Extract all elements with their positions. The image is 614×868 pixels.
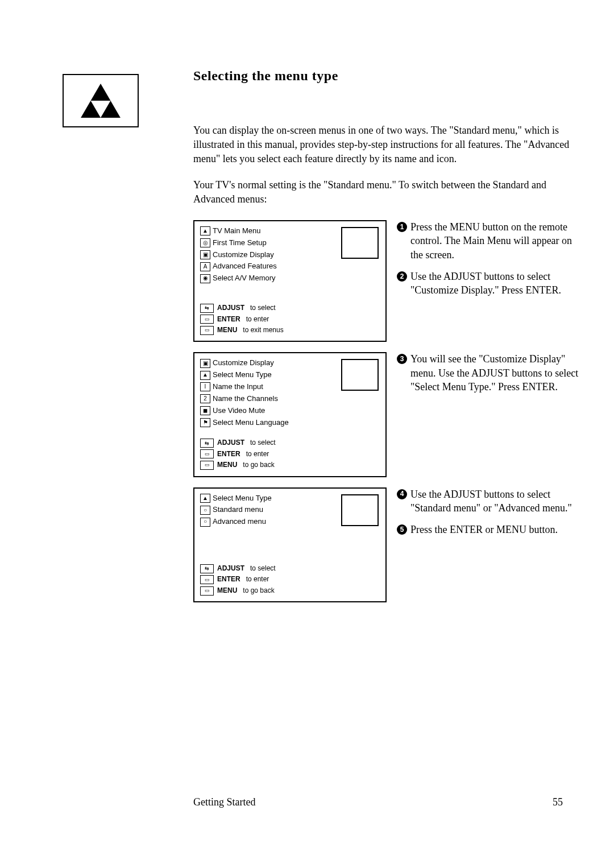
row-3: ▲Select Menu Type ○Standard menu ○Advanc… (193, 487, 580, 603)
menu-icon: ◼ (200, 406, 210, 415)
enter-icon: ▭ (200, 315, 214, 324)
footer-page-number: 55 (553, 796, 563, 808)
menu-btn-icon: ▭ (200, 326, 214, 335)
hint-label: ADJUST (217, 564, 244, 573)
step-3: 3You will see the "Customize Display" me… (397, 352, 580, 394)
three-diamond-icon (81, 84, 121, 118)
sub-paragraph: Your TV's normal setting is the "Standar… (193, 178, 580, 206)
step-2: 2Use the ADJUST buttons to select "Custo… (397, 270, 580, 297)
menu-item-label: Advanced Features (213, 261, 277, 272)
hint-label: MENU (217, 460, 237, 470)
menu-icon: ▲ (200, 226, 210, 235)
step-5: 5Press the ENTER or MENU button. (397, 523, 580, 536)
adjust-icon: ⇆ (200, 564, 214, 573)
preview-box (341, 359, 379, 391)
svg-marker-2 (101, 101, 121, 118)
hint-label: ENTER (217, 315, 240, 324)
menu-item-label: First Time Setup (213, 238, 267, 249)
footer-section: Getting Started (193, 796, 255, 808)
screen-customize-display: ▣Customize Display ▲Select Menu Type INa… (193, 352, 387, 477)
enter-icon: ▭ (200, 575, 214, 584)
adjust-icon: ⇆ (200, 304, 214, 313)
hint-label: ENTER (217, 574, 240, 584)
hint-text: to enter (246, 449, 269, 459)
screen-main-menu: ▲TV Main Menu ◎First Time Setup ▣Customi… (193, 220, 387, 342)
step-text: Press the ENTER or MENU button. (410, 523, 580, 536)
hint-text: to go back (243, 586, 274, 596)
menu-icon: ▣ (200, 359, 210, 368)
hint-label: ADJUST (217, 438, 244, 448)
screen-select-menu-type: ▲Select Menu Type ○Standard menu ○Advanc… (193, 487, 387, 603)
hint-label: ENTER (217, 449, 240, 459)
menu-item-label: TV Main Menu (213, 226, 261, 237)
menu-icon: ○ (200, 506, 210, 515)
menu-btn-icon: ▭ (200, 586, 214, 596)
intro-paragraph: You can display the on-screen menus in o… (193, 123, 580, 167)
menu-icon: ⚑ (200, 418, 210, 427)
step-text: You will see the "Customize Display" men… (410, 352, 580, 394)
menu-item-label: Customize Display (213, 250, 274, 261)
menu-item-label: Select Menu Language (213, 418, 289, 428)
menu-item-label: Select Menu Type (213, 493, 272, 504)
menu-btn-icon: ▭ (200, 461, 214, 470)
hint-text: to enter (246, 315, 269, 324)
step-4: 4Use the ADJUST buttons to select "Stand… (397, 487, 580, 515)
page-title: Selecting the menu type (193, 68, 580, 84)
step-number-icon: 3 (397, 354, 407, 364)
step-number-icon: 4 (397, 489, 407, 499)
preview-box (341, 494, 379, 526)
hint-text: to select (250, 564, 276, 573)
svg-marker-1 (81, 101, 101, 118)
menu-item-label: Name the Input (213, 382, 263, 392)
preview-box (341, 227, 379, 259)
hint-text: to select (250, 438, 276, 448)
row-2: ▣Customize Display ▲Select Menu Type INa… (193, 352, 580, 477)
menu-icon: ▣ (200, 250, 210, 259)
menu-icon: ◎ (200, 238, 210, 247)
menu-item-label: Standard menu (213, 505, 263, 515)
brand-logo (63, 74, 139, 127)
step-text: Use the ADJUST buttons to select "Custom… (410, 270, 580, 297)
menu-icon: 2 (200, 394, 210, 403)
row-1: ▲TV Main Menu ◎First Time Setup ▣Customi… (193, 220, 580, 342)
steps-col-3: 4Use the ADJUST buttons to select "Stand… (397, 487, 580, 545)
menu-item-label: Customize Display (213, 358, 274, 369)
hint-text: to exit menus (243, 325, 283, 335)
hint-label: MENU (217, 325, 237, 335)
menu-icon: ▲ (200, 494, 210, 503)
hint-text: to select (250, 303, 276, 313)
hint-text: to enter (246, 574, 269, 584)
menu-icon: A (200, 262, 210, 271)
step-number-icon: 5 (397, 524, 407, 535)
menu-item-label: Use Video Mute (213, 406, 265, 416)
hint-text: to go back (243, 460, 274, 470)
step-number-icon: 2 (397, 271, 407, 282)
hint-label: MENU (217, 586, 237, 596)
svg-marker-0 (91, 84, 111, 101)
menu-item-label: Select Menu Type (213, 370, 272, 381)
adjust-icon: ⇆ (200, 439, 214, 448)
step-number-icon: 1 (397, 222, 407, 232)
menu-item-label: Select A/V Memory (213, 273, 276, 284)
enter-icon: ▭ (200, 449, 214, 458)
step-text: Use the ADJUST buttons to select "Standa… (410, 487, 580, 515)
step-1: 1Press the MENU button on the remote con… (397, 220, 580, 262)
steps-col-1: 1Press the MENU button on the remote con… (397, 220, 580, 305)
menu-item-label: Name the Channels (213, 394, 278, 404)
menu-icon: ◉ (200, 274, 210, 283)
hint-label: ADJUST (217, 303, 244, 313)
menu-icon: ○ (200, 518, 210, 527)
step-text: Press the MENU button on the remote cont… (410, 220, 580, 262)
menu-icon: I (200, 382, 210, 391)
menu-item-label: Advanced menu (213, 516, 266, 527)
steps-col-2: 3You will see the "Customize Display" me… (397, 352, 580, 402)
menu-icon: ▲ (200, 371, 210, 380)
